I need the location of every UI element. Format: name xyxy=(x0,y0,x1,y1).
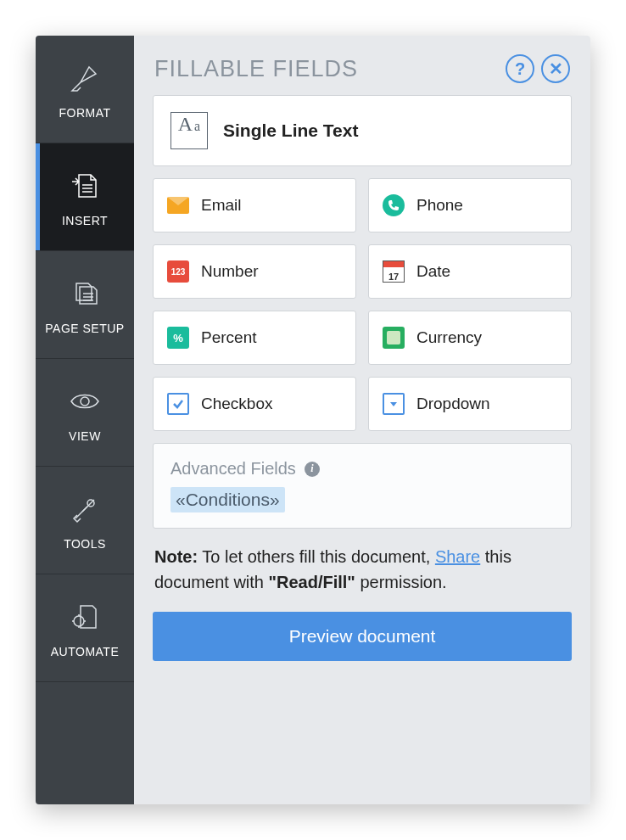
field-label: Phone xyxy=(416,196,463,215)
field-percent[interactable]: % Percent xyxy=(153,311,356,365)
eye-icon xyxy=(68,382,102,421)
field-number[interactable]: 123 Number xyxy=(153,244,356,299)
field-label: Date xyxy=(416,262,450,281)
field-label: Email xyxy=(201,196,242,215)
help-button[interactable]: ? xyxy=(506,54,534,83)
currency-icon xyxy=(383,327,405,349)
field-dropdown[interactable]: Dropdown xyxy=(368,377,572,431)
insert-icon xyxy=(69,166,101,205)
dropdown-icon xyxy=(383,393,405,415)
checkbox-icon xyxy=(167,393,189,415)
note-text: Note: To let others fill this document, … xyxy=(153,540,572,600)
brush-icon xyxy=(69,59,101,98)
field-label: Checkbox xyxy=(201,395,273,413)
sidebar-item-format[interactable]: FORMAT xyxy=(36,36,134,143)
tools-icon xyxy=(69,490,101,529)
field-label: Dropdown xyxy=(416,395,490,413)
field-label: Percent xyxy=(201,328,256,347)
field-label: Single Line Text xyxy=(223,120,358,141)
preview-document-button[interactable]: Preview document xyxy=(153,612,572,661)
advanced-fields-box: Advanced Fields i «Conditions» xyxy=(153,443,572,529)
field-label: Number xyxy=(201,262,259,281)
panel: FILLABLE FIELDS ? ✕ Aa Single Line Text … xyxy=(134,36,590,804)
field-date[interactable]: 17 Date xyxy=(368,244,572,299)
info-icon[interactable]: i xyxy=(305,462,320,477)
svg-point-2 xyxy=(74,616,84,626)
field-label: Currency xyxy=(416,328,482,347)
note-prefix: Note: xyxy=(154,547,198,566)
share-link[interactable]: Share xyxy=(435,547,480,566)
panel-header: FILLABLE FIELDS ? ✕ xyxy=(134,36,590,95)
automate-icon xyxy=(69,597,101,636)
field-single-line-text[interactable]: Aa Single Line Text xyxy=(153,95,572,166)
sidebar-item-view[interactable]: VIEW xyxy=(36,359,134,467)
text-icon: Aa xyxy=(170,112,208,149)
sidebar-item-page-setup[interactable]: PAGE SETUP xyxy=(36,251,134,359)
sidebar-item-label: FORMAT xyxy=(59,106,110,120)
panel-body: Aa Single Line Text Email Phone xyxy=(134,95,590,680)
sidebar: FORMAT INSERT PAGE SETUP xyxy=(36,36,134,804)
sidebar-item-label: INSERT xyxy=(62,214,108,227)
sidebar-item-tools[interactable]: TOOLS xyxy=(36,467,134,574)
sidebar-item-label: PAGE SETUP xyxy=(45,322,124,335)
close-button[interactable]: ✕ xyxy=(541,54,570,83)
conditions-chip[interactable]: «Conditions» xyxy=(170,487,285,512)
field-currency[interactable]: Currency xyxy=(368,311,572,365)
sidebar-item-insert[interactable]: INSERT xyxy=(36,143,134,251)
sidebar-item-label: VIEW xyxy=(69,429,101,443)
field-email[interactable]: Email xyxy=(153,178,356,232)
svg-point-0 xyxy=(81,397,89,406)
date-icon: 17 xyxy=(383,260,405,283)
panel-title: FILLABLE FIELDS xyxy=(154,56,358,82)
field-checkbox[interactable]: Checkbox xyxy=(153,377,356,431)
email-icon xyxy=(167,197,189,214)
phone-icon xyxy=(383,194,405,216)
advanced-fields-title: Advanced Fields xyxy=(170,459,296,479)
sidebar-item-label: AUTOMATE xyxy=(51,645,120,658)
header-actions: ? ✕ xyxy=(506,54,570,83)
sidebar-item-automate[interactable]: AUTOMATE xyxy=(36,574,134,682)
number-icon: 123 xyxy=(167,260,189,283)
percent-icon: % xyxy=(167,327,189,349)
sidebar-item-label: TOOLS xyxy=(64,537,106,551)
app-frame: FORMAT INSERT PAGE SETUP xyxy=(36,36,590,804)
field-phone[interactable]: Phone xyxy=(368,178,572,232)
page-setup-icon xyxy=(68,274,102,313)
permission-name: "Read/Fill" xyxy=(269,573,355,591)
